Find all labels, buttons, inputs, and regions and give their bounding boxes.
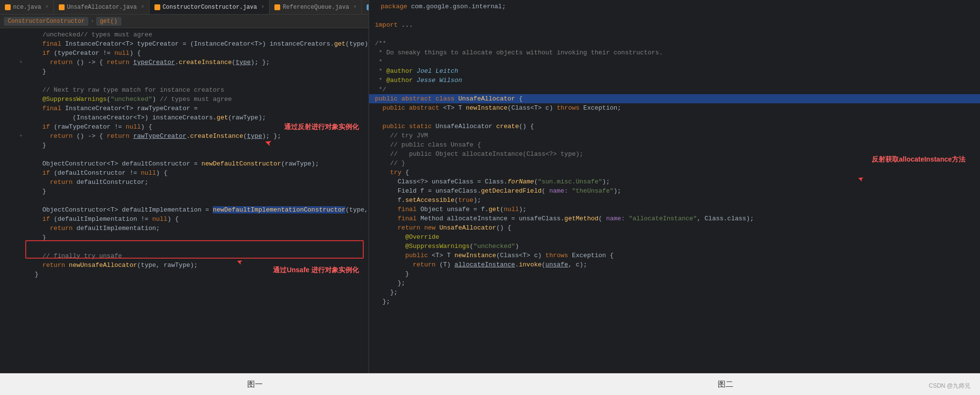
annotation-reflect-text: 通过反射进行对象实例化 (284, 123, 359, 132)
java-icon-2 (59, 4, 65, 10)
right-close-anon: }; (369, 279, 980, 288)
code-line-6 (0, 76, 369, 85)
tab-unsafe-close[interactable]: × (141, 4, 144, 10)
right-cmt-2: * Do sneaky things to allocate objects w… (369, 48, 980, 57)
code-line-1: /unchecked// types must agree (0, 30, 369, 39)
right-accessible: f.setAccessible(true); (369, 196, 980, 205)
code-line-blank (0, 242, 369, 251)
right-close-method: } (369, 269, 980, 279)
right-line-blank1 (369, 11, 980, 20)
watermark-container: CSDN @九师兄 (929, 382, 970, 390)
code-line-12: + return () -> { return rawTypeCreator.c… (0, 132, 369, 141)
code-line-8: @SuppressWarnings("unchecked") // types … (0, 95, 369, 104)
right-cmt-6: */ (369, 85, 980, 94)
breadcrumb-method[interactable]: get() (96, 17, 121, 26)
right-line-blank2 (369, 30, 980, 39)
right-cmt-5: * @author Jesse Wilson (369, 76, 980, 85)
tab-constructor-label: ConstructorConstructor.java (163, 4, 257, 11)
tab-nce-close[interactable]: × (46, 4, 49, 10)
code-line-9: final InstanceCreator<T> rawTypeCreator … (0, 104, 369, 113)
tab-constructor[interactable]: ConstructorConstructor.java × (150, 0, 270, 15)
right-unsafe-class: Class<?> unsafeClass = Class.forName("su… (369, 177, 980, 186)
code-line-15: ObjectConstructor<T> defaultConstructor … (0, 159, 369, 168)
code-line-14 (0, 150, 369, 159)
right-unsafe-obj: final Object unsafe = f.get(null); (369, 205, 980, 214)
caption-right-container: 图二 (490, 379, 961, 390)
tab-nce-label: nce.java (13, 4, 41, 11)
right-cmt-4: * @author Joel Leitch (369, 66, 980, 76)
right-line-package: package com.google.gson.internal; (369, 2, 980, 11)
tab-nce[interactable]: nce.java × (0, 0, 54, 15)
right-cmt-3: * (369, 57, 980, 66)
right-class-def: public abstract class UnsafeAllocator { (369, 94, 980, 103)
right-create: public static UnsafeAllocator create() { (369, 122, 980, 131)
right-close-try: }; (369, 288, 980, 297)
annotation-right-text: 反射获取allocateInstance方法 (872, 155, 965, 164)
annotation-right: 反射获取allocateInstance方法 (872, 155, 965, 164)
right-method: final Method allocateInstance = unsafeCl… (369, 214, 980, 223)
tab-unsafe-label: UnsafeAllocator.java (67, 4, 137, 11)
watermark: CSDN @九师兄 (929, 382, 970, 389)
tab-cleaner[interactable]: Cleaner.class × (362, 0, 369, 15)
right-invoke: return (T) allocateInstance.invoke(unsaf… (369, 260, 980, 269)
code-line-21: if (defaultImplementation != null) { (0, 214, 369, 224)
caption-bar: 图一 图二 CSDN @九师兄 (0, 373, 980, 395)
code-line-20: ObjectConstructor<T> defaultImplementati… (0, 205, 369, 214)
class-icon (367, 4, 369, 10)
java-icon-4 (274, 4, 280, 10)
right-abstract-method: public abstract <T> T newInstance(Class<… (369, 103, 980, 113)
annotation-unsafe: 通过Unsafe 进行对象实例化 (273, 266, 359, 275)
code-line-19 (0, 196, 369, 205)
tab-bar-left: nce.java × UnsafeAllocator.java × Constr… (0, 0, 369, 15)
caption-right: 图二 (718, 379, 733, 390)
right-public-new: public <T> T newInstance(Class<T> c) thr… (369, 251, 980, 260)
right-try: try { (369, 168, 980, 177)
tab-refqueue[interactable]: ReferenceQueue.java × (270, 0, 362, 15)
code-line-18: } (0, 187, 369, 196)
code-line-10: (InstanceCreator<T>) instanceCreators.ge… (0, 113, 369, 122)
tab-refqueue-label: ReferenceQueue.java (283, 4, 349, 11)
code-line-4: + return () -> { return typeCreator.crea… (0, 58, 369, 67)
right-return-new: return new UnsafeAllocator() { (369, 223, 980, 232)
right-override: @Override (369, 232, 980, 242)
code-line-22: return defaultImplementation; (0, 224, 369, 233)
breadcrumb-class[interactable]: ConstructorConstructor (4, 17, 88, 26)
annotation-reflect: 通过反射进行对象实例化 (284, 123, 359, 132)
caption-left: 图一 (247, 379, 263, 390)
code-line-23: } (0, 233, 369, 242)
code-line-24: // finally try unsafe (0, 251, 369, 261)
right-suppress: @SuppressWarnings("unchecked") (369, 242, 980, 251)
code-line-2: final InstanceCreator<T> typeCreator = (… (0, 39, 369, 49)
breadcrumb-sep: › (90, 18, 94, 25)
annotation-unsafe-text: 通过Unsafe 进行对象实例化 (273, 266, 359, 275)
caption-left-container: 图一 (19, 379, 490, 390)
tab-unsafe[interactable]: UnsafeAllocator.java × (54, 0, 150, 15)
right-cmt-jvm: // try JVM (369, 131, 980, 140)
right-close-create: }; (369, 297, 980, 306)
main-container: nce.java × UnsafeAllocator.java × Constr… (0, 0, 980, 373)
tab-constructor-close[interactable]: × (261, 4, 264, 10)
right-line-import: import ... (369, 20, 980, 30)
code-line-17: return defaultConstructor; (0, 178, 369, 187)
code-line-5: } (0, 67, 369, 76)
code-line-16: if (defaultConstructor != null) { (0, 168, 369, 178)
java-icon (5, 4, 11, 10)
code-line-13: } (0, 141, 369, 150)
right-blank (369, 113, 980, 122)
right-cmt-1: /** (369, 39, 980, 48)
right-cmt-class: // public class Unsafe { (369, 140, 980, 149)
java-icon-3 (154, 4, 160, 10)
code-line-3: if (typeCreator != null) { (0, 49, 369, 58)
right-panel: package com.google.gson.internal; import… (369, 0, 980, 373)
code-line-7: // Next try raw type match for instance … (0, 85, 369, 95)
tab-refqueue-close[interactable]: × (354, 4, 356, 10)
left-panel: nce.java × UnsafeAllocator.java × Constr… (0, 0, 369, 373)
left-code-area: /unchecked// types must agree final Inst… (0, 28, 369, 373)
breadcrumb-bar: ConstructorConstructor › get() (0, 15, 369, 28)
right-field: Field f = unsafeClass.getDeclaredField( … (369, 186, 980, 196)
right-code-area: package com.google.gson.internal; import… (369, 0, 980, 373)
